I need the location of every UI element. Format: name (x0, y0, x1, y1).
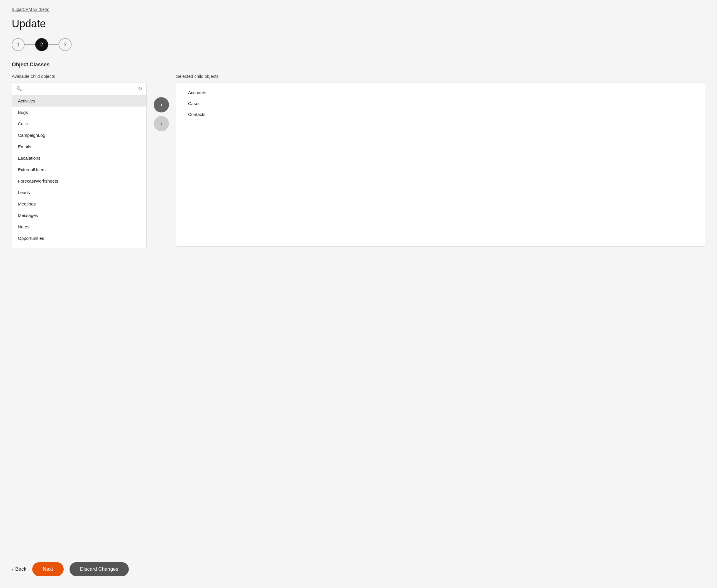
page-title: Update (12, 18, 705, 30)
step-2[interactable]: 2 (35, 38, 48, 51)
list-item[interactable]: Bugs (12, 107, 146, 118)
search-row: 🔍 ↻ (12, 83, 146, 95)
next-button[interactable]: Next (32, 562, 64, 576)
list-item[interactable]: Emails (12, 141, 146, 152)
list-item[interactable]: ExternalUsers (12, 164, 146, 175)
columns-area: Available child objects 🔍 ↻ Activities B… (12, 74, 705, 550)
list-item[interactable]: Activities (12, 95, 146, 107)
stepper: 1 2 3 (12, 38, 705, 51)
list-item[interactable]: Calls (12, 118, 146, 129)
step-connector-2 (48, 44, 59, 45)
back-chevron-icon: ‹ (12, 566, 14, 572)
step-1[interactable]: 1 (12, 38, 25, 51)
breadcrumb-link[interactable]: SugarCRM v2 (beta) (12, 7, 705, 12)
list-item[interactable]: Opportunities (12, 232, 146, 244)
discard-button[interactable]: Discard Changes (69, 562, 129, 576)
selected-item[interactable]: Cases (176, 98, 705, 109)
list-item[interactable]: Messages (12, 210, 146, 221)
selected-item[interactable]: Contacts (176, 109, 705, 120)
available-label: Available child objects (12, 74, 147, 79)
back-label: Back (15, 566, 26, 572)
footer: ‹ Back Next Discard Changes (12, 562, 705, 576)
available-items-list: Activities Bugs Calls CampaignLog Emails… (12, 95, 146, 248)
search-input[interactable] (24, 86, 135, 91)
middle-column: › ‹ (147, 74, 176, 131)
selected-label: Selected child objects (176, 74, 705, 79)
list-item[interactable]: Meetings (12, 198, 146, 210)
back-button[interactable]: ‹ Back (12, 566, 26, 572)
page-container: SugarCRM v2 (beta) Update 1 2 3 Object C… (0, 0, 717, 588)
left-column: Available child objects 🔍 ↻ Activities B… (12, 74, 147, 248)
selected-list-box: Accounts Cases Contacts (176, 82, 705, 247)
available-list-box: 🔍 ↻ Activities Bugs Calls CampaignLog Em… (12, 82, 147, 248)
step-connector-1 (25, 44, 35, 45)
step-3[interactable]: 3 (59, 38, 71, 51)
refresh-icon[interactable]: ↻ (138, 85, 142, 92)
transfer-right-button[interactable]: › (154, 97, 169, 112)
right-column: Selected child objects Accounts Cases Co… (176, 74, 705, 247)
list-item[interactable]: Leads (12, 187, 146, 198)
transfer-left-button[interactable]: ‹ (154, 116, 169, 131)
list-item[interactable]: Escalations (12, 152, 146, 164)
search-icon: 🔍 (16, 86, 22, 91)
list-item[interactable]: Notes (12, 221, 146, 232)
list-item[interactable]: CampaignLog (12, 129, 146, 141)
list-item[interactable]: Project (12, 244, 146, 248)
section-title: Object Classes (12, 62, 705, 68)
list-item[interactable]: ForecastWorksheets (12, 175, 146, 187)
selected-item[interactable]: Accounts (176, 87, 705, 98)
